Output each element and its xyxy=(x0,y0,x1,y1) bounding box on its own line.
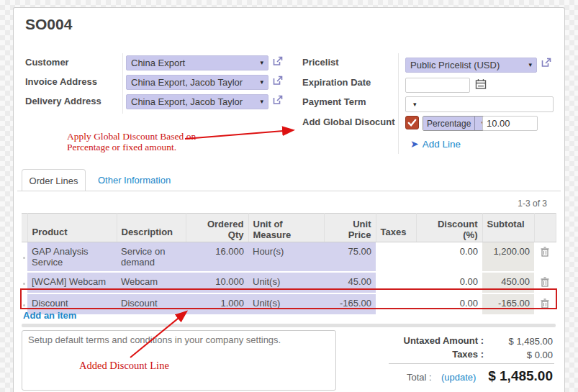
total-value: $ 1,485.00 xyxy=(446,368,553,384)
cell-qty[interactable]: 10.000 xyxy=(186,272,248,293)
cell-unit-price[interactable]: 45.00 xyxy=(324,272,376,293)
global-discount-checkbox[interactable] xyxy=(405,116,419,129)
customer-label: Customer xyxy=(25,57,69,68)
cell-uom[interactable]: Unit(s) xyxy=(248,272,324,293)
untaxed-amount-label: Untaxed Amount : xyxy=(317,335,484,346)
annotation-line-1: Apply Global Discount Based on xyxy=(67,131,196,142)
drag-handle[interactable] xyxy=(22,272,27,293)
cell-subtotal: 450.00 xyxy=(482,272,534,293)
cell-description[interactable]: Service on demand xyxy=(117,242,186,273)
payment-term-select[interactable]: ▾ xyxy=(405,96,554,112)
page-title: SO004 xyxy=(25,16,72,33)
col-discount[interactable]: Discount (%) xyxy=(416,214,482,242)
invoice-address-label: Invoice Address xyxy=(25,76,97,87)
col-description[interactable]: Description xyxy=(117,214,186,242)
chevron-down-icon: ▾ xyxy=(413,101,417,108)
invoice-address-select[interactable]: China Export, Jacob Taylor ▾ xyxy=(126,75,268,90)
cell-taxes[interactable] xyxy=(376,293,416,315)
cell-discount[interactable]: 0.00 xyxy=(416,272,482,293)
annotation-line-2: Percentage or fixed amount. xyxy=(67,142,196,152)
pager: 1-3 of 3 xyxy=(468,199,547,209)
delete-row-button[interactable] xyxy=(534,242,556,273)
delivery-address-label: Delivery Address xyxy=(25,96,101,106)
table-row-discount[interactable]: Discount Discount 1.000 Unit(s) -165.00 … xyxy=(22,293,556,315)
total-label: Total : xyxy=(407,372,432,383)
cell-unit-price[interactable]: -165.00 xyxy=(324,293,376,315)
label-field-separator-left xyxy=(122,53,123,114)
global-discount-label: Add Global Disocunt xyxy=(302,117,395,127)
add-line-button[interactable]: ➤Add Line xyxy=(410,138,461,150)
customer-external-link-icon[interactable] xyxy=(272,55,284,67)
drag-handle-column xyxy=(22,214,27,242)
chevron-down-icon: ▾ xyxy=(528,62,532,68)
label-field-separator-right xyxy=(398,53,399,154)
col-unit-of-measure[interactable]: Unit of Measure xyxy=(248,214,324,242)
cell-discount[interactable]: 0.00 xyxy=(416,293,482,315)
col-unit-price[interactable]: Unit Price xyxy=(324,214,376,242)
invoice-address-external-link-icon[interactable] xyxy=(272,75,284,86)
table-row[interactable]: GAP Analysis Service Service on demand 1… xyxy=(22,242,556,273)
chevron-down-icon: ▾ xyxy=(260,99,263,105)
checkmark-icon xyxy=(407,117,417,128)
chevron-down-icon: ▾ xyxy=(260,79,263,86)
page-background: SO004 Customer Invoice Address Delivery … xyxy=(0,0,578,392)
trash-icon xyxy=(541,298,549,309)
payment-term-label: Payment Term xyxy=(302,96,366,107)
cell-description[interactable]: Discount xyxy=(117,293,186,315)
table-header-row: Product Description Ordered Qty Unit of … xyxy=(22,214,556,242)
drag-dot-icon xyxy=(23,304,25,306)
expiration-date-label: Expiration Date xyxy=(302,77,371,88)
delivery-address-select[interactable]: China Export, Jacob Taylor ▾ xyxy=(126,94,268,109)
col-taxes[interactable]: Taxes xyxy=(376,214,416,242)
totals-divider xyxy=(389,363,554,364)
cell-discount[interactable]: 0.00 xyxy=(416,242,482,273)
table-row[interactable]: [WCAM] Webcam Webcam 10.000 Unit(s) 45.0… xyxy=(22,272,556,293)
discount-amount-input[interactable] xyxy=(482,116,538,131)
add-an-item-link[interactable]: Add an item xyxy=(23,310,76,321)
col-actions xyxy=(534,214,556,242)
cell-uom[interactable]: Hour(s) xyxy=(248,242,324,273)
expiration-date-input[interactable] xyxy=(405,78,470,93)
arrow-right-icon: ➤ xyxy=(410,138,419,150)
cell-uom[interactable]: Unit(s) xyxy=(248,293,324,315)
tab-order-lines[interactable]: Order Lines xyxy=(22,169,86,191)
delete-row-button[interactable] xyxy=(534,272,556,293)
trash-icon xyxy=(541,247,549,257)
col-ordered-qty[interactable]: Ordered Qty xyxy=(186,214,248,242)
annotation-global-discount: Apply Global Discount Based on Percentag… xyxy=(67,131,196,152)
list-bottom-divider xyxy=(22,324,556,327)
terms-conditions-textarea[interactable] xyxy=(22,330,336,391)
chevron-down-icon: ▾ xyxy=(260,60,263,66)
customer-value: China Export xyxy=(131,58,257,68)
col-product[interactable]: Product xyxy=(27,214,117,242)
cell-product[interactable]: [WCAM] Webcam xyxy=(27,272,117,293)
delivery-address-external-link-icon[interactable] xyxy=(272,94,284,106)
cell-unit-price[interactable]: 75.00 xyxy=(324,242,376,273)
pricelist-external-link-icon[interactable] xyxy=(541,57,552,68)
customer-select[interactable]: China Export ▾ xyxy=(126,55,268,70)
cell-taxes[interactable] xyxy=(376,242,416,273)
drag-handle[interactable] xyxy=(22,242,27,273)
untaxed-amount-value: $ 1,485.00 xyxy=(461,336,553,347)
taxes-value: $ 0.00 xyxy=(461,350,553,360)
delete-row-button[interactable] xyxy=(534,293,556,315)
discount-type-select[interactable]: Percentage ▾ xyxy=(423,116,488,131)
tab-order-lines-label: Order Lines xyxy=(30,176,78,186)
tab-other-information[interactable]: Other Information xyxy=(98,175,171,186)
add-line-label: Add Line xyxy=(423,139,461,150)
delivery-address-value: China Export, Jacob Taylor xyxy=(131,96,257,107)
order-lines-table: Product Description Ordered Qty Unit of … xyxy=(22,213,556,316)
annotation-added-discount-line: Added Discount Line xyxy=(79,360,169,371)
cell-qty[interactable]: 1.000 xyxy=(186,293,248,315)
col-subtotal[interactable]: Subtotal xyxy=(482,214,534,242)
cell-description[interactable]: Webcam xyxy=(117,272,186,293)
cell-qty[interactable]: 16.000 xyxy=(186,242,248,273)
pricelist-select[interactable]: Public Pricelist (USD) ▾ xyxy=(405,58,537,73)
cell-taxes[interactable] xyxy=(376,272,416,293)
trash-icon xyxy=(541,277,549,287)
invoice-address-value: China Export, Jacob Taylor xyxy=(131,77,257,88)
taxes-label: Taxes : xyxy=(317,349,484,360)
cell-product[interactable]: GAP Analysis Service xyxy=(27,242,117,273)
calendar-icon[interactable] xyxy=(475,78,487,90)
drag-dot-icon xyxy=(23,257,25,259)
